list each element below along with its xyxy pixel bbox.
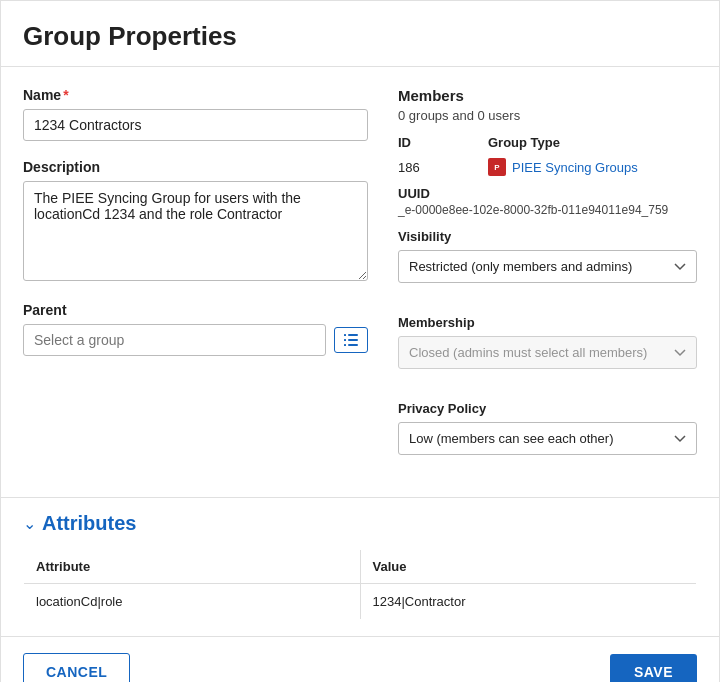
id-value: 186 xyxy=(398,158,488,176)
page-title: Group Properties xyxy=(1,1,719,67)
uuid-value: _e-0000e8ee-102e-8000-32fb-011e94011e94_… xyxy=(398,203,697,217)
main-content: Name* Description The PIEE Syncing Group… xyxy=(1,67,719,487)
svg-rect-3 xyxy=(344,334,346,336)
membership-group: Membership Closed (admins must select al… xyxy=(398,315,697,383)
list-icon xyxy=(343,333,359,347)
name-input[interactable] xyxy=(23,109,368,141)
piee-link[interactable]: PIEE Syncing Groups xyxy=(512,160,638,175)
uuid-label: UUID xyxy=(398,186,697,201)
description-label: Description xyxy=(23,159,368,175)
save-button[interactable]: SAVE xyxy=(610,654,697,682)
piee-icon: P xyxy=(488,158,506,176)
attributes-table: Attribute Value locationCd|role 1234|Con… xyxy=(23,549,697,620)
membership-label: Membership xyxy=(398,315,697,330)
table-header-row: Attribute Value xyxy=(24,550,697,584)
description-input[interactable]: The PIEE Syncing Group for users with th… xyxy=(23,181,368,281)
attributes-section: ⌄ Attributes Attribute Value locationCd|… xyxy=(1,497,719,620)
svg-rect-2 xyxy=(348,344,358,346)
visibility-label: Visibility xyxy=(398,229,697,244)
col-value-header: Value xyxy=(360,550,697,584)
attributes-title: Attributes xyxy=(42,512,136,535)
parent-row xyxy=(23,324,368,356)
table-row: locationCd|role 1234|Contractor xyxy=(24,584,697,620)
id-label: ID xyxy=(398,135,488,150)
footer: CANCEL SAVE xyxy=(1,636,719,682)
visibility-group: Visibility Restricted (only members and … xyxy=(398,229,697,297)
uuid-section: UUID _e-0000e8ee-102e-8000-32fb-011e9401… xyxy=(398,186,697,217)
attr-value-cell: 1234|Contractor xyxy=(360,584,697,620)
name-field-group: Name* xyxy=(23,87,368,141)
members-count: 0 groups and 0 users xyxy=(398,108,697,123)
privacy-label: Privacy Policy xyxy=(398,401,697,416)
chevron-down-icon[interactable]: ⌄ xyxy=(23,514,36,533)
parent-list-button[interactable] xyxy=(334,327,368,353)
group-type-label: Group Type xyxy=(488,135,578,150)
page-container: Group Properties Name* Description The P… xyxy=(0,0,720,682)
svg-rect-4 xyxy=(344,339,346,341)
description-field-group: Description The PIEE Syncing Group for u… xyxy=(23,159,368,284)
required-star: * xyxy=(63,87,68,103)
visibility-select[interactable]: Restricted (only members and admins) Pub… xyxy=(398,250,697,283)
svg-rect-5 xyxy=(344,344,346,346)
name-label: Name* xyxy=(23,87,368,103)
parent-field-group: Parent xyxy=(23,302,368,356)
right-column: Members 0 groups and 0 users ID Group Ty… xyxy=(398,87,697,487)
svg-rect-1 xyxy=(348,339,358,341)
left-column: Name* Description The PIEE Syncing Group… xyxy=(23,87,368,487)
parent-label: Parent xyxy=(23,302,368,318)
privacy-select[interactable]: Low (members can see each other) Medium … xyxy=(398,422,697,455)
id-row: ID Group Type xyxy=(398,135,697,150)
attributes-header: ⌄ Attributes xyxy=(23,512,697,535)
membership-select[interactable]: Closed (admins must select all members) … xyxy=(398,336,697,369)
parent-input[interactable] xyxy=(23,324,326,356)
svg-rect-0 xyxy=(348,334,358,336)
col-attribute-header: Attribute xyxy=(24,550,361,584)
privacy-group: Privacy Policy Low (members can see each… xyxy=(398,401,697,469)
id-value-row: 186 P PIEE Syncing Groups xyxy=(398,158,697,176)
cancel-button[interactable]: CANCEL xyxy=(23,653,130,682)
attr-attribute-cell: locationCd|role xyxy=(24,584,361,620)
members-title: Members xyxy=(398,87,697,104)
group-type-value: P PIEE Syncing Groups xyxy=(488,158,638,176)
